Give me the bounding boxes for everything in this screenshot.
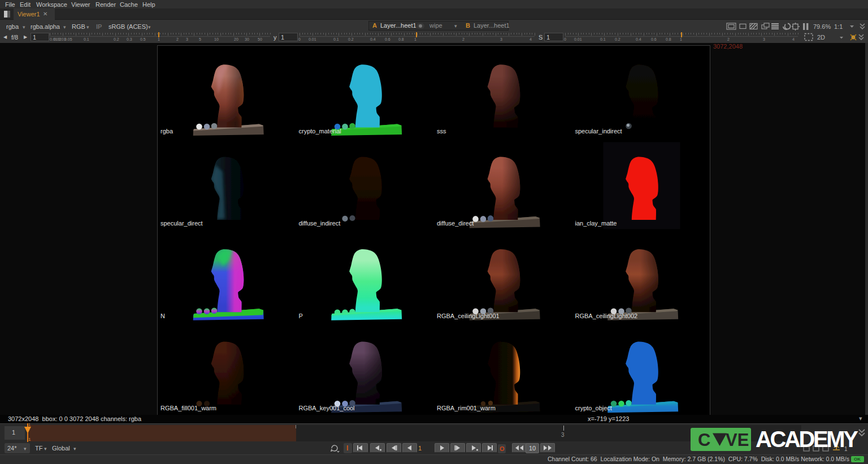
svg-text:diffuse_indirect: diffuse_indirect xyxy=(299,220,341,227)
svg-text:ACADEMY: ACADEMY xyxy=(756,428,858,452)
svg-text:RGBA_rim001_warm: RGBA_rim001_warm xyxy=(437,405,496,411)
svg-text:2D: 2D xyxy=(817,34,825,41)
svg-text:79.6%: 79.6% xyxy=(813,23,831,30)
svg-text:1:1: 1:1 xyxy=(834,23,843,30)
svg-text:sss: sss xyxy=(437,128,446,135)
svg-text:1: 1 xyxy=(28,437,31,442)
svg-text:specular_indirect: specular_indirect xyxy=(575,128,622,135)
svg-text:RGBA_ceilingLight002: RGBA_ceilingLight002 xyxy=(575,313,638,319)
svg-text:diffuse_direct: diffuse_direct xyxy=(437,220,474,227)
svg-text:N: N xyxy=(160,313,165,319)
svg-text:1: 1 xyxy=(28,423,31,427)
svg-text:crypto_object: crypto_object xyxy=(575,405,612,411)
svg-text:VE: VE xyxy=(726,430,749,450)
svg-text:crypto_material: crypto_material xyxy=(299,128,341,135)
svg-text:P: P xyxy=(299,313,303,319)
svg-text:RGBA_key001_cool: RGBA_key001_cool xyxy=(299,405,355,411)
svg-text:C: C xyxy=(698,430,710,450)
svg-text:RGBA_ceilingLight001: RGBA_ceilingLight001 xyxy=(437,313,500,319)
svg-text:ian_clay_matte: ian_clay_matte xyxy=(575,220,617,227)
svg-text:RGBA_fill001_warm: RGBA_fill001_warm xyxy=(160,405,216,411)
svg-text:rgba: rgba xyxy=(160,128,173,135)
svg-text:specular_direct: specular_direct xyxy=(160,220,203,227)
